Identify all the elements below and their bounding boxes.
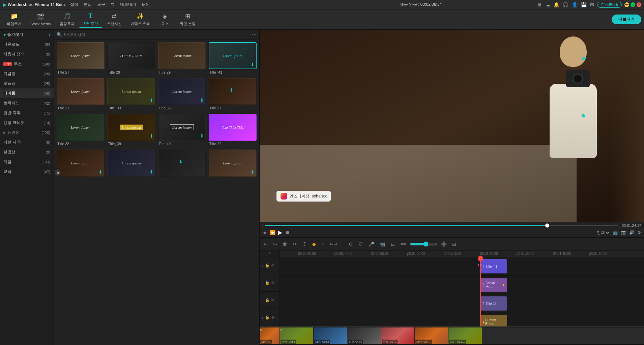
cat-newrencen[interactable]: ▶ 뉴런샌 (120) — [0, 128, 54, 137]
capture-button[interactable]: 📹 — [378, 240, 387, 248]
thumb-title39[interactable]: Lorem ipsum ⬇ Title_39 — [107, 114, 155, 147]
thumb-title40[interactable]: Lorem ipsum ⬇ Title 40 — [158, 114, 206, 147]
thumb-title33[interactable]: Lorem ipsum ⬇ Title_33 — [107, 78, 155, 111]
cat-subtitles[interactable]: 일반 자막 (15) — [0, 108, 54, 118]
mic-button[interactable]: 🎤 — [367, 240, 376, 248]
diamond-button[interactable]: ◆ — [311, 240, 317, 248]
thumb-title31[interactable]: Lorem Ipsum Title 31 — [57, 78, 105, 111]
restore-button[interactable]: ⏱ — [301, 240, 308, 248]
grid-options-icon[interactable]: ⋯ — [252, 32, 257, 37]
zoom-slider[interactable] — [410, 241, 437, 247]
export-button[interactable]: 내보내기 — [612, 15, 641, 24]
thumb-title27[interactable]: Lorem Ipsum Title 27 — [57, 42, 105, 75]
bell-icon[interactable]: 🔔 — [554, 2, 559, 7]
thumb-extra1[interactable]: Lorem ipsum ⬇ — [57, 150, 105, 179]
mail-icon[interactable]: ✉ — [590, 2, 594, 7]
screenshot-icon[interactable]: 📷 — [621, 230, 626, 235]
thumb-title38[interactable]: Lorem Ipsum Title 38 — [57, 114, 105, 147]
cat-anniversary[interactable]: 기념일 (28) — [0, 69, 54, 79]
track-eye-5[interactable]: 👁 — [271, 263, 275, 267]
play-button[interactable]: ▶ — [278, 229, 282, 236]
close-button[interactable]: ✕ — [637, 2, 641, 7]
track-lock-5[interactable]: 🔒 — [265, 263, 270, 268]
track-eye-2[interactable]: 👁 — [271, 316, 275, 320]
cut-button[interactable]: ✂ — [291, 240, 298, 248]
cat-titles[interactable]: 타이틀 (40) — [0, 88, 54, 98]
track-eye-4[interactable]: 👁 — [271, 281, 275, 285]
menu-tools[interactable]: 도구 — [97, 2, 105, 7]
track-lock-2[interactable]: 🔒 — [265, 315, 270, 320]
thumb-title41[interactable]: Lorem ipsum ⬇ Title_41 — [209, 42, 257, 75]
thumb-title29[interactable]: Lorem ipsum Title 29 — [158, 42, 206, 75]
shield-button[interactable]: 🛡 — [357, 240, 364, 248]
maximize-button[interactable]: □ — [631, 2, 635, 7]
toolbar-audio-effects[interactable]: 🎵 음성효과 — [56, 11, 79, 28]
headset-icon[interactable]: 🎧 — [563, 2, 568, 7]
thumb-extra4[interactable]: Lorem ipsum ⬇ — [209, 150, 257, 179]
film-thumb-016[interactable]: MVI_016... — [448, 327, 482, 344]
toolbar-transitions[interactable]: ⇄ 트랜지션 — [103, 11, 126, 28]
track-lock-4[interactable]: 🔒 — [265, 281, 270, 285]
step-back-button[interactable]: ⏪ — [270, 230, 275, 235]
film-thumb-0972[interactable]: MVI_0972 — [381, 327, 415, 344]
monitor-icon[interactable]: 🖥 — [537, 2, 542, 7]
cat-game[interactable]: 게임 (103) — [0, 157, 54, 167]
fit-button[interactable]: ⊞ — [451, 240, 458, 248]
toolbar-effects[interactable]: ✨ 이펙트 효과 — [126, 11, 154, 28]
toolbar-titles[interactable]: T 자막추가 — [79, 11, 102, 28]
split-button[interactable]: ⊡ — [389, 240, 396, 248]
cat-favorites[interactable]: ♥ 즐겨찾기 ( — [0, 30, 54, 39]
scroll-left-arrow[interactable]: ◀ — [55, 169, 61, 176]
film-thumb-097b[interactable]: MVI_097... — [415, 327, 448, 344]
progress-bar[interactable] — [265, 225, 618, 226]
clip-title41[interactable]: T Title_41 — [480, 259, 507, 273]
cat-basic-subtitle[interactable]: 기본 자막 (8) — [0, 137, 54, 147]
thumb-extra2[interactable]: Lorem ipsum ⬇ — [107, 150, 155, 179]
cat-custom[interactable]: 사용자 정의 (0) — [0, 49, 54, 59]
film-thumb-0952[interactable]: MVI_0952 — [314, 327, 347, 344]
delete-button[interactable]: 🗑 — [281, 240, 289, 248]
zoom-out-button[interactable]: ➖ — [399, 240, 407, 248]
skip-back-button[interactable]: ⏮ — [262, 230, 267, 235]
film-thumb-mvc[interactable]: ▶ MVI_C — [260, 327, 280, 344]
settings-icon[interactable]: ⚙ — [637, 230, 641, 235]
add-clip-icon[interactable]: + — [269, 251, 271, 255]
thumb-title28[interactable]: LOREM IPSUM Title 28 — [107, 42, 155, 75]
film-thumb-extra1[interactable] — [482, 327, 644, 344]
film-thumb-0951[interactable]: ▶ MVI_0951 — [280, 327, 314, 344]
cat-education[interactable]: 교육 (47) — [0, 167, 54, 177]
toolbar-elements[interactable]: ◈ 요소 — [155, 11, 175, 28]
film-thumb-0470[interactable]: Mvi_0470 — [347, 327, 381, 344]
cat-recommended[interactable]: HOT 추천 (140) — [0, 59, 54, 69]
render-button[interactable]: ⚙ — [347, 240, 354, 248]
thumb-extra3[interactable]: ⬇ — [158, 150, 206, 179]
thumb-title37[interactable]: ⬇ Title 37 — [209, 78, 257, 111]
clip-human-border[interactable]: ★ Human Borde... — [480, 315, 507, 326]
menu-export[interactable]: 내보내기 — [120, 2, 136, 7]
cat-opening[interactable]: 오프닝 (25) — [0, 79, 54, 88]
toolbar-file-add[interactable]: 📁 파일추가 — [3, 11, 26, 28]
speed-select[interactable]: 전체 — [595, 230, 610, 235]
menu-settings[interactable]: 설정 — [70, 2, 78, 7]
cat-end-credits[interactable]: 엔딩 크레딧 (14) — [0, 118, 54, 128]
zoom-in-button[interactable]: ➕ — [440, 240, 448, 248]
audio-icon[interactable]: 🔊 — [629, 230, 635, 235]
clip-title28[interactable]: T Title 28 — [480, 296, 507, 311]
thumb-title22[interactable]: Your Titles Title Title 22 — [209, 114, 257, 147]
clip-social-media[interactable]: T Social Me... ★ — [480, 278, 507, 292]
undo-button[interactable]: ↩ — [262, 240, 269, 248]
save-icon[interactable]: 💾 — [581, 2, 587, 7]
menu-view[interactable]: 뷰 — [111, 2, 115, 7]
menu-edit[interactable]: 편집 — [84, 2, 92, 7]
cat-callout[interactable]: 설명선 (9) — [0, 147, 54, 157]
toolbar-stock-media[interactable]: 🎬 Stock Media — [26, 12, 55, 27]
adjust-button[interactable]: ≡ — [320, 240, 325, 248]
minimize-button[interactable]: — — [624, 2, 629, 7]
profile-icon[interactable]: 👤 — [572, 2, 578, 7]
thumb-title35[interactable]: Lorem ipsum ⬇ Title 35 — [158, 78, 206, 111]
mark-out-button[interactable]: ] — [619, 223, 620, 228]
feedback-button[interactable]: FeedBack — [597, 2, 622, 8]
cat-download[interactable]: 다운로드 156 — [0, 39, 54, 49]
redo-button[interactable]: ↪ — [272, 240, 279, 248]
search-input[interactable] — [64, 32, 252, 37]
